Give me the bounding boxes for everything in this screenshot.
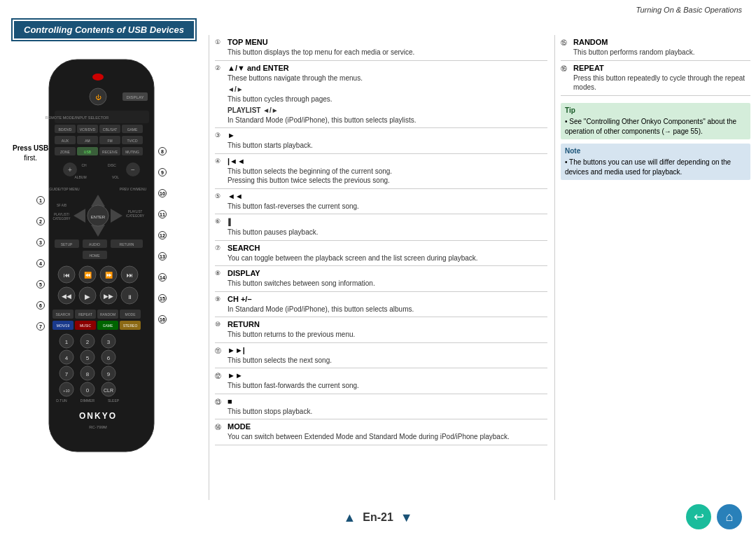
- instr-item-15: ⑮ RANDOM This button performs random pla…: [561, 35, 750, 61]
- svg-text:7: 7: [65, 371, 69, 377]
- svg-text:HOME: HOME: [90, 253, 101, 258]
- remote-image-container: ⏻ DISPLAY REMOTE MODE/INPUT SELECTOR BD/…: [35, 56, 168, 464]
- svg-text:RECEIVE: RECEIVE: [102, 150, 118, 154]
- instr-title-9: CH +/–: [227, 295, 546, 303]
- instr-title-14: MODE: [227, 422, 546, 431]
- svg-text:MODE: MODE: [125, 312, 136, 317]
- instr-desc-2d: PLAYLIST ◄/►: [227, 106, 546, 116]
- instr-desc-2c: This button cycles through pages.: [227, 95, 546, 104]
- instr-desc-16: Press this button repeatedly to cycle th…: [573, 74, 749, 92]
- instr-item-2: ② ▲/▼ and ENTER These buttons navigate t…: [215, 61, 547, 129]
- svg-text:1: 1: [65, 339, 69, 345]
- svg-text:ENTER: ENTER: [91, 215, 106, 219]
- svg-text:8: 8: [86, 371, 90, 377]
- remote-svg: ⏻ DISPLAY REMOTE MODE/INPUT SELECTOR BD/…: [35, 56, 168, 462]
- svg-text:CBL/SAT: CBL/SAT: [103, 127, 117, 132]
- annotation-5: 5: [36, 280, 45, 289]
- svg-text:▶▶: ▶▶: [104, 293, 113, 300]
- tip-box: Tip • See "Controlling Other Onkyo Compo…: [561, 103, 750, 139]
- annotation-1: 1: [36, 196, 45, 204]
- annotation-6: 6: [36, 301, 45, 310]
- svg-text:ZONE: ZONE: [60, 150, 71, 154]
- svg-text:⏮: ⏮: [64, 272, 70, 279]
- svg-text:⏪: ⏪: [84, 271, 92, 279]
- svg-text:PLAYLIST/: PLAYLIST/: [54, 213, 70, 216]
- instr-item-1: ① TOP MENU This button displays the top …: [215, 35, 547, 61]
- annotation-12: 12: [158, 231, 167, 239]
- header-title: Turning On & Basic Operations: [636, 6, 742, 14]
- instr-title-7: SEARCH: [227, 244, 546, 252]
- back-button[interactable]: ↩: [686, 504, 711, 529]
- instructions-right: ⑮ RANDOM This button performs random pla…: [554, 35, 750, 500]
- instr-desc-2e: In Standard Mode (iPod/iPhone), this but…: [227, 116, 546, 125]
- svg-text:MUSIC: MUSIC: [80, 324, 92, 328]
- svg-text:DISPLAY: DISPLAY: [127, 95, 144, 99]
- instr-desc-1: This button displays the top menu for ea…: [227, 48, 546, 57]
- svg-text:AUX: AUX: [62, 139, 69, 143]
- instr-desc-9: In Standard Mode (iPod/iPhone), this but…: [227, 305, 546, 314]
- instr-item-3: ③ ► This button starts playback.: [215, 128, 547, 154]
- footer-up-arrow[interactable]: ▲: [343, 510, 356, 525]
- svg-text:STEREO: STEREO: [123, 324, 138, 328]
- svg-text:5: 5: [86, 355, 90, 361]
- content-area: ① TOP MENU This button displays the top …: [203, 35, 756, 500]
- svg-point-1: [92, 74, 104, 81]
- svg-text:SF A/B: SF A/B: [57, 204, 66, 207]
- remote-area: Press USB first. ⏻ DISPLAY REMOTE MODE/I…: [0, 35, 203, 500]
- note-text: • The buttons you can use will differ de…: [565, 158, 731, 176]
- svg-text:TV/CD: TV/CD: [127, 139, 138, 143]
- instr-item-12: ⑫ ►► This button fast-forwards the curre…: [215, 368, 547, 394]
- page-header: Turning On & Basic Operations: [0, 0, 756, 17]
- svg-text:USB: USB: [84, 150, 92, 154]
- svg-text:DIMMER: DIMMER: [80, 398, 95, 403]
- svg-text:+10: +10: [63, 389, 69, 393]
- instr-item-7: ⑦ SEARCH You can toggle between the play…: [215, 241, 547, 267]
- instr-item-8: ⑧ DISPLAY This button switches between s…: [215, 266, 547, 292]
- svg-text:CATEGORY: CATEGORY: [53, 217, 71, 221]
- svg-text:AM: AM: [85, 139, 90, 143]
- svg-text:CH: CH: [81, 163, 87, 167]
- svg-text:GAME: GAME: [127, 127, 138, 132]
- svg-text:RETURN: RETURN: [120, 242, 134, 246]
- annotation-13: 13: [158, 252, 167, 260]
- instr-desc-5: This button fast-reverses the current so…: [227, 202, 546, 211]
- instr-desc-8: This button switches between song inform…: [227, 279, 546, 289]
- instr-title-8: DISPLAY: [227, 269, 546, 277]
- svg-text:⏻: ⏻: [95, 95, 102, 101]
- instr-desc-7: You can toggle between the playback scre…: [227, 253, 546, 263]
- instr-title-6: ‖: [227, 217, 546, 226]
- instr-title-3: ►: [227, 131, 546, 139]
- instr-title-5: ◄◄: [227, 192, 546, 200]
- annotation-2: 2: [36, 217, 45, 225]
- instr-title-4: |◄◄: [227, 157, 546, 165]
- footer-down-arrow[interactable]: ▼: [400, 510, 413, 525]
- instr-desc-11: This button selects the next song.: [227, 356, 546, 366]
- svg-text:VCR/DVD: VCR/DVD: [80, 127, 96, 132]
- instr-title-13: ■: [227, 397, 546, 405]
- svg-text:⏩: ⏩: [105, 271, 113, 279]
- annotation-10: 10: [158, 189, 167, 197]
- svg-text:◀◀: ◀◀: [62, 293, 71, 300]
- annotation-3: 3: [36, 238, 45, 246]
- instr-desc-14: You can switch between Extended Mode and…: [227, 432, 546, 442]
- main-layout: Press USB first. ⏻ DISPLAY REMOTE MODE/I…: [0, 35, 756, 500]
- svg-text:ALBUM: ALBUM: [74, 175, 86, 179]
- instr-desc-12: This button fast-forwards the current so…: [227, 381, 546, 391]
- instructions-left: ① TOP MENU This button displays the top …: [209, 35, 547, 500]
- home-button[interactable]: ⌂: [717, 504, 742, 529]
- instr-title-15: RANDOM: [573, 38, 749, 46]
- svg-text:3: 3: [107, 339, 111, 345]
- svg-text:BD/DVD: BD/DVD: [59, 127, 72, 132]
- instr-desc-15: This button performs random playback.: [573, 48, 749, 57]
- svg-text:⏸: ⏸: [127, 294, 132, 300]
- back-icon: ↩: [694, 509, 704, 524]
- instr-title-1: TOP MENU: [227, 38, 546, 46]
- svg-text:DISC: DISC: [108, 163, 116, 167]
- svg-text:VOL: VOL: [112, 175, 119, 179]
- svg-text:+: +: [68, 166, 72, 174]
- instr-desc-4: This button selects the beginning of the…: [227, 167, 546, 186]
- instr-title-10: RETURN: [227, 320, 546, 328]
- instr-title-12: ►►: [227, 371, 546, 380]
- svg-text:/CATEGORY: /CATEGORY: [126, 214, 144, 218]
- svg-text:PREV CH/MENU: PREV CH/MENU: [120, 187, 147, 191]
